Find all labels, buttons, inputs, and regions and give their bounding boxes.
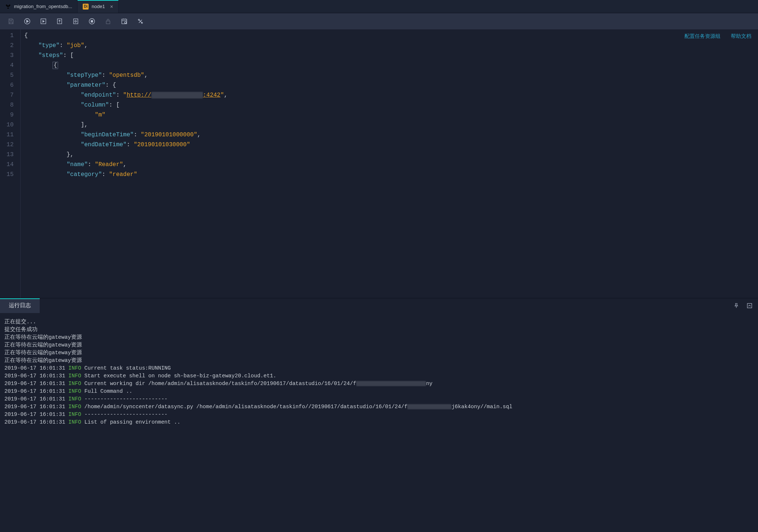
svg-rect-0 (6, 4, 7, 6)
code-content[interactable]: { "type": "job", "steps": [ { "stepType"… (21, 29, 228, 298)
line-gutter: 123456789101112131415 (0, 29, 21, 298)
tools-button[interactable] (133, 14, 148, 29)
svg-rect-9 (106, 21, 110, 24)
di-badge-icon: Di (83, 4, 89, 10)
toolbar (0, 13, 758, 29)
lock-button[interactable] (101, 14, 115, 29)
tab-migration[interactable]: migration_from_opentsdb... (0, 0, 78, 13)
log-tab-label: 运行日志 (9, 302, 31, 309)
save-button[interactable] (4, 14, 18, 29)
log-tab-run[interactable]: 运行日志 (0, 298, 40, 313)
flow-icon (5, 4, 11, 10)
svg-point-11 (125, 22, 126, 24)
help-doc-link[interactable]: 帮助文档 (731, 33, 751, 40)
log-tab-bar: 运行日志 (0, 298, 758, 313)
svg-rect-8 (91, 21, 93, 22)
svg-rect-14 (747, 303, 752, 308)
tab-label: migration_from_opentsdb... (14, 4, 72, 9)
pin-icon[interactable] (732, 302, 740, 310)
tab-label: node1 (92, 4, 105, 9)
run-button[interactable] (20, 14, 35, 29)
submit-button[interactable] (52, 14, 67, 29)
stop-button[interactable] (85, 14, 99, 29)
svg-rect-2 (7, 7, 9, 8)
log-panel: 运行日志 正在提交...提交任务成功正在等待在云端的gateway资源正在等待在… (0, 298, 758, 532)
close-icon[interactable]: × (110, 4, 113, 10)
svg-point-13 (142, 22, 143, 24)
tab-node1[interactable]: Di node1 × (78, 0, 118, 13)
format-button[interactable] (68, 14, 83, 29)
schedule-button[interactable] (117, 14, 132, 29)
log-output[interactable]: 正在提交...提交任务成功正在等待在云端的gateway资源正在等待在云端的ga… (0, 313, 758, 532)
resource-group-link[interactable]: 配置任务资源组 (684, 33, 721, 40)
editor-links: 配置任务资源组 帮助文档 (684, 33, 751, 40)
svg-point-12 (138, 19, 139, 20)
code-editor[interactable]: 配置任务资源组 帮助文档 123456789101112131415 { "ty… (0, 29, 758, 298)
svg-rect-1 (9, 4, 10, 6)
tab-bar: migration_from_opentsdb... Di node1 × (0, 0, 758, 13)
run-selection-button[interactable] (36, 14, 51, 29)
collapse-icon[interactable] (746, 302, 754, 310)
